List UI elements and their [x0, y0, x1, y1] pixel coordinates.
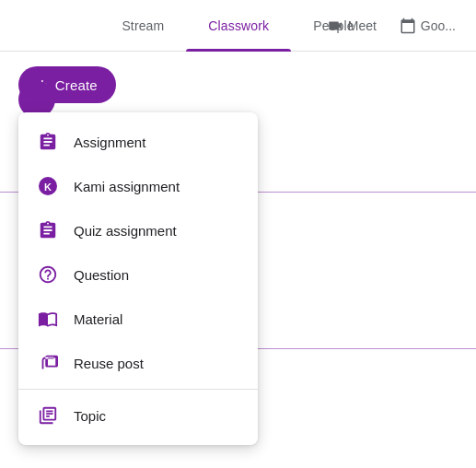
menu-item-topic[interactable]: Topic	[18, 393, 258, 438]
material-label: Material	[74, 311, 122, 327]
assignment-label: Assignment	[74, 135, 145, 150]
menu-item-reuse[interactable]: Reuse post	[18, 341, 258, 385]
calendar-icon	[399, 17, 417, 35]
menu-item-assignment[interactable]: Assignment	[18, 120, 258, 164]
google-label: Goo...	[421, 18, 456, 33]
reuse-label: Reuse post	[74, 356, 144, 371]
menu-divider	[18, 389, 258, 390]
svg-text:K: K	[44, 181, 52, 193]
topic-icon	[37, 404, 59, 427]
tab-stream[interactable]: Stream	[99, 0, 186, 52]
video-icon	[326, 17, 344, 35]
reuse-icon	[37, 352, 59, 374]
tab-classwork[interactable]: Classwork	[186, 0, 291, 52]
top-right-actions: Meet Goo...	[317, 0, 465, 52]
assignment-icon	[37, 131, 59, 153]
google-calendar-button[interactable]: Goo...	[389, 11, 465, 41]
quiz-icon	[37, 219, 59, 241]
topic-label: Topic	[74, 408, 106, 424]
quiz-label: Quiz assignment	[74, 223, 177, 239]
meet-label: Meet	[348, 18, 377, 33]
material-icon	[37, 308, 59, 330]
menu-item-question[interactable]: Question	[18, 252, 258, 297]
create-dropdown-menu: Assignment K Kami assignment Quiz assign…	[18, 112, 258, 445]
menu-item-quiz[interactable]: Quiz assignment	[18, 208, 258, 252]
question-icon	[37, 263, 59, 286]
menu-item-kami[interactable]: K Kami assignment	[18, 164, 258, 208]
main-content: + Create Assignment K Kami assignment	[0, 52, 476, 118]
menu-item-material[interactable]: Material	[18, 297, 258, 341]
top-navigation: Stream Classwork People Meet Goo...	[0, 0, 476, 52]
kami-icon: K	[37, 175, 59, 197]
question-label: Question	[74, 267, 129, 283]
kami-label: Kami assignment	[74, 179, 180, 194]
meet-button[interactable]: Meet	[317, 11, 386, 41]
